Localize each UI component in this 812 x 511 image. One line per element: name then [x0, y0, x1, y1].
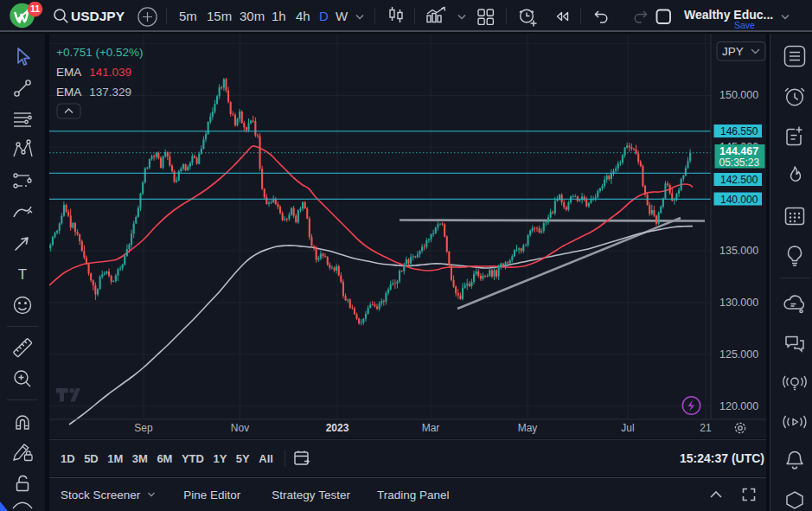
svg-text:Nov: Nov	[231, 422, 249, 434]
svg-text:2023: 2023	[326, 422, 349, 434]
svg-text:Jul: Jul	[621, 422, 634, 434]
svg-text:Mar: Mar	[422, 422, 440, 434]
svg-text:May: May	[518, 422, 538, 434]
svg-text:142.500: 142.500	[720, 174, 758, 186]
svg-text:125.000: 125.000	[719, 348, 758, 361]
svg-text:135.000: 135.000	[719, 245, 758, 257]
svg-text:Sep: Sep	[134, 422, 153, 434]
svg-text:EMA 141.039: EMA 141.039	[56, 66, 131, 79]
svg-text:140.000: 140.000	[720, 194, 758, 206]
svg-text:EMA 137.329: EMA 137.329	[56, 86, 131, 99]
svg-text:120.000: 120.000	[719, 400, 758, 412]
svg-text:JPY: JPY	[722, 45, 744, 58]
svg-text:11: 11	[30, 3, 40, 14]
svg-text:146.550: 146.550	[720, 125, 758, 137]
svg-text:T: T	[18, 266, 27, 283]
svg-text:130.000: 130.000	[719, 297, 758, 309]
svg-text:05:35:23: 05:35:23	[719, 156, 760, 169]
svg-text:+0.751 (+0.52%): +0.751 (+0.52%)	[56, 46, 144, 59]
svg-text:150.000: 150.000	[719, 89, 758, 101]
svg-text:21: 21	[700, 422, 712, 434]
svg-text:144.467: 144.467	[719, 145, 758, 157]
